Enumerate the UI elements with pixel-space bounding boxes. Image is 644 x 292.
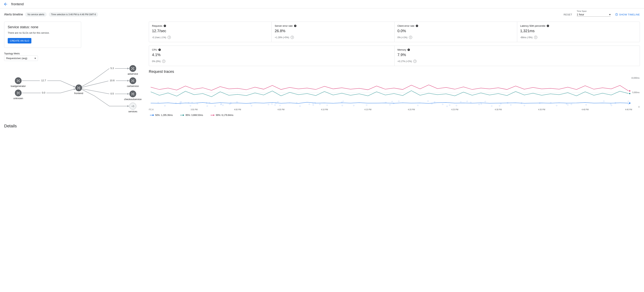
- metric-delta: 0% (0%): [152, 60, 160, 63]
- svg-point-92: [417, 105, 418, 106]
- show-timeline-button[interactable]: SHOW TIMELINE: [615, 13, 640, 16]
- svg-marker-9: [127, 68, 129, 69]
- metric-server-error[interactable]: Server error rate? 26.8% +1.28% (+5%)?: [272, 22, 394, 42]
- node-frontend[interactable]: [75, 84, 82, 91]
- svg-text:4:45 PM: 4:45 PM: [625, 108, 632, 111]
- metrics-row-1: Requests? 12.7/sec -0.1/sec (-1%)? Serve…: [149, 22, 640, 42]
- legend-item: 99%: 6,179.84ms: [210, 114, 233, 116]
- svg-point-77: [271, 103, 272, 104]
- metric-client-error[interactable]: Client error rate? 0.0% 0% (+1%)?: [394, 22, 517, 42]
- svg-point-91: [499, 105, 500, 106]
- svg-text:?: ?: [408, 49, 409, 51]
- svg-point-99: [268, 104, 269, 105]
- status-desc: There are no SLOs set for this service.: [8, 31, 78, 34]
- no-alerts-chip: No service alerts: [25, 12, 46, 17]
- svg-point-114: [442, 104, 443, 105]
- svg-text:12.7: 12.7: [41, 79, 46, 82]
- info-icon: ?: [534, 36, 537, 39]
- svg-point-74: [603, 101, 604, 102]
- svg-text:4:10 PM: 4:10 PM: [321, 108, 328, 111]
- info-icon: ?: [409, 36, 412, 39]
- metric-value: 1,321ms: [520, 29, 637, 33]
- svg-point-106: [434, 101, 435, 102]
- svg-point-102: [628, 101, 629, 102]
- node-checkoutservice[interactable]: [130, 90, 136, 97]
- metric-delta: +0.17% (+2%): [398, 60, 412, 63]
- svg-point-112: [341, 102, 342, 103]
- metric-value: 7.9%: [398, 53, 637, 57]
- svg-point-65: [319, 104, 320, 105]
- metric-label: Requests: [152, 25, 162, 27]
- svg-point-73: [571, 104, 572, 105]
- node-loadgenerator[interactable]: [15, 77, 22, 84]
- svg-point-58: [309, 104, 310, 105]
- svg-text:cartservice: cartservice: [127, 85, 139, 87]
- svg-point-110: [312, 104, 314, 105]
- svg-text:4:20 PM: 4:20 PM: [408, 108, 415, 111]
- metric-latency-p50[interactable]: Latency 50th percentile? 1,321ms -68ms (…: [517, 22, 640, 42]
- reset-button[interactable]: RESET: [564, 13, 572, 16]
- help-icon: ?: [294, 25, 297, 27]
- svg-point-71: [197, 103, 198, 104]
- metric-label: Client error rate: [398, 25, 414, 27]
- svg-point-97: [510, 104, 511, 105]
- caret-down-icon: ▾: [609, 13, 610, 16]
- details-title: Details: [4, 124, 143, 128]
- svg-text:services: services: [128, 110, 137, 113]
- legend-item: 95%: 3,888.53ms: [180, 114, 203, 116]
- node-unknown[interactable]: [15, 90, 22, 96]
- svg-point-84: [628, 103, 629, 105]
- alerts-timeline-label: Alerts timeline: [4, 13, 23, 16]
- metric-delta: 0% (+1%): [398, 36, 408, 39]
- svg-text:3:55 PM: 3:55 PM: [191, 108, 198, 111]
- svg-point-101: [481, 103, 482, 104]
- svg-point-111: [586, 104, 587, 105]
- svg-text:5,000ms: 5,000ms: [632, 91, 640, 93]
- svg-point-90: [353, 105, 354, 106]
- svg-marker-8: [74, 89, 76, 90]
- svg-text:5.3: 5.3: [110, 67, 114, 70]
- svg-point-126: [566, 103, 567, 105]
- clock-icon: [615, 13, 618, 16]
- metric-memory[interactable]: Memory? 7.9% +0.17% (+2%)?: [394, 46, 640, 66]
- svg-text:adservice: adservice: [128, 72, 138, 75]
- svg-text:UTC-8: UTC-8: [149, 108, 154, 111]
- svg-text:?: ?: [159, 49, 160, 51]
- svg-point-83: [158, 102, 159, 103]
- node-cartservice[interactable]: [130, 77, 136, 84]
- metric-value: 4.1%: [152, 53, 391, 57]
- timespan-value: 1 hour: [577, 13, 584, 16]
- svg-point-121: [428, 100, 428, 102]
- svg-point-63: [611, 105, 612, 106]
- back-arrow-icon[interactable]: [4, 2, 8, 7]
- svg-marker-7: [74, 86, 76, 87]
- svg-point-127: [629, 102, 630, 104]
- metric-label: Server error rate: [275, 25, 292, 27]
- timespan-select[interactable]: Time Span 1 hour ▾: [577, 13, 610, 17]
- create-slo-button[interactable]: CREATE AN SLO: [8, 38, 31, 44]
- topology-metric-select[interactable]: Requests/sec (avg) ▾: [4, 56, 38, 61]
- svg-point-60: [274, 104, 276, 105]
- show-timeline-label: SHOW TIMELINE: [619, 13, 640, 16]
- caret-down-icon: ▾: [34, 57, 36, 60]
- node-adservice[interactable]: [130, 65, 136, 72]
- svg-point-78: [470, 102, 471, 103]
- metric-value: 26.8%: [275, 29, 391, 33]
- info-icon: ?: [291, 36, 294, 39]
- metric-cpu[interactable]: CPU? 4.1% 0% (0%)?: [149, 46, 394, 66]
- svg-text:unknown: unknown: [13, 97, 23, 100]
- svg-point-68: [500, 103, 502, 104]
- svg-text:4:15 PM: 4:15 PM: [364, 108, 372, 111]
- svg-point-109: [449, 105, 450, 106]
- svg-point-55: [366, 104, 367, 105]
- status-title: Service status: none: [8, 25, 78, 29]
- time-selection-chip: Time selection is 3:46 PM to 4:46 PM GMT…: [49, 12, 98, 17]
- metric-label: Latency 50th percentile: [520, 25, 545, 27]
- metric-value: 0.0%: [398, 29, 514, 33]
- svg-point-56: [390, 104, 390, 105]
- help-icon: ?: [407, 48, 410, 51]
- svg-text:?: ?: [294, 25, 296, 27]
- svg-text:10.6: 10.6: [110, 79, 114, 82]
- svg-text:+5: +5: [132, 105, 134, 108]
- metric-requests[interactable]: Requests? 12.7/sec -0.1/sec (-1%)?: [149, 22, 272, 42]
